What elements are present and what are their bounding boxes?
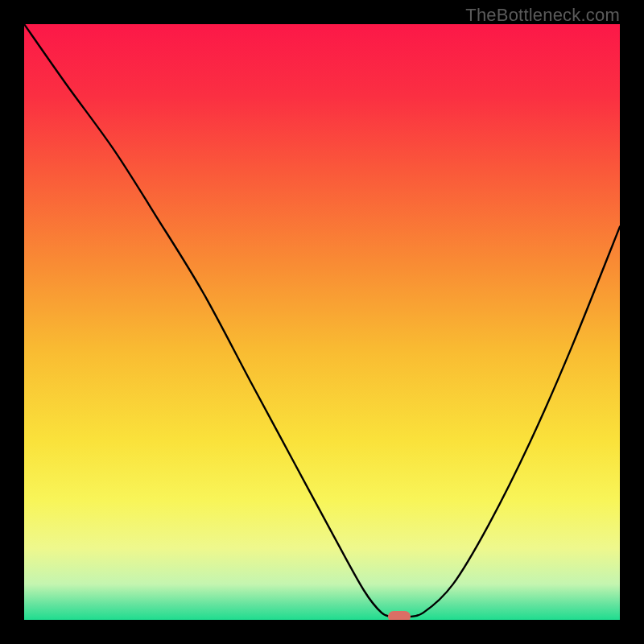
chart-frame: TheBottleneck.com [0, 0, 644, 644]
watermark-text: TheBottleneck.com [465, 5, 620, 26]
bottleneck-curve [24, 24, 620, 620]
plot-area [24, 24, 620, 620]
optimal-point-marker [388, 611, 411, 620]
